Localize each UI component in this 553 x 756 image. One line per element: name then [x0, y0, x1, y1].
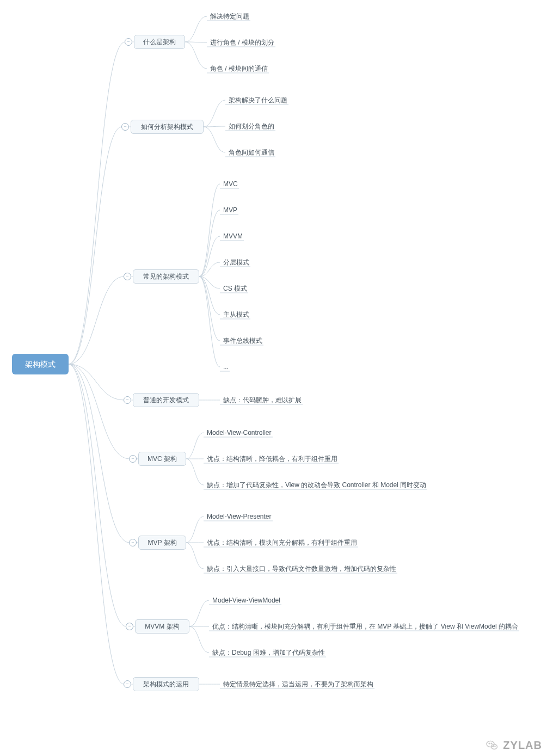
leaf-node-2-5: 主从模式: [223, 311, 249, 318]
leaf-node-1-1: 如何划分角色的: [229, 122, 274, 130]
leaf-node-2-7: ...: [223, 363, 229, 371]
branch-node-2[interactable]: 常见的架构模式: [133, 269, 199, 284]
leaf-node-3-0: 缺点：代码臃肿，难以扩展: [223, 396, 302, 404]
leaf-node-2-1: MVP: [223, 206, 237, 214]
root-node[interactable]: 架构模式: [12, 354, 69, 374]
leaf-node-4-2: 缺点：增加了代码复杂性，View 的改动会导致 Controller 和 Mod…: [207, 481, 426, 489]
leaf-node-5-1: 优点：结构清晰，模块间充分解耦，有利于组件重用: [207, 539, 357, 546]
svg-point-29: [493, 746, 494, 746]
collapse-toggle[interactable]: −: [129, 539, 137, 546]
leaf-node-0-0: 解决特定问题: [210, 13, 249, 20]
branch-node-0[interactable]: 什么是架构: [134, 35, 185, 49]
collapse-toggle[interactable]: −: [129, 455, 137, 463]
leaf-node-2-4: CS 模式: [223, 285, 247, 292]
leaf-node-6-1: 优点：结构清晰，模块间充分解耦，有利于组件重用，在 MVP 基础上，接触了 Vi…: [212, 623, 518, 630]
leaf-node-7-0: 特定情景特定选择，适当运用，不要为了架构而架构: [223, 680, 373, 688]
leaf-node-0-1: 进行角色 / 模块的划分: [210, 39, 274, 46]
collapse-toggle[interactable]: −: [124, 396, 131, 404]
collapse-toggle[interactable]: −: [121, 123, 129, 131]
leaf-node-2-3: 分层模式: [223, 259, 249, 266]
leaf-node-6-2: 缺点：Debug 困难，增加了代码复杂性: [212, 649, 325, 656]
connector-layer: [0, 0, 553, 756]
leaf-node-2-6: 事件总线模式: [223, 337, 262, 345]
mindmap-canvas: ZYLAB 架构模式什么是架构−解决特定问题进行角色 / 模块的划分角色 / 模…: [0, 0, 553, 756]
leaf-node-2-0: MVC: [223, 180, 238, 188]
branch-node-3[interactable]: 普通的开发模式: [133, 393, 199, 407]
leaf-node-4-0: Model-View-Controller: [207, 429, 272, 437]
leaf-node-2-2: MVVM: [223, 232, 243, 240]
svg-point-27: [489, 743, 490, 744]
collapse-toggle[interactable]: −: [124, 680, 131, 688]
leaf-node-5-2: 缺点：引入大量接口，导致代码文件数量激增，增加代码的复杂性: [207, 565, 396, 573]
branch-node-5[interactable]: MVP 架构: [138, 536, 186, 550]
leaf-node-6-0: Model-View-ViewModel: [212, 597, 280, 604]
branch-node-7[interactable]: 架构模式的运用: [133, 677, 199, 691]
leaf-node-0-2: 角色 / 模块间的通信: [210, 65, 268, 72]
leaf-node-4-1: 优点：结构清晰，降低耦合，有利于组件重用: [207, 455, 337, 463]
watermark-text: ZYLAB: [503, 739, 542, 752]
leaf-node-1-2: 角色间如何通信: [229, 149, 274, 156]
branch-node-6[interactable]: MVVM 架构: [135, 619, 189, 634]
wechat-icon: [486, 739, 499, 752]
leaf-node-5-0: Model-View-Presenter: [207, 513, 272, 520]
watermark: ZYLAB: [486, 739, 542, 752]
collapse-toggle[interactable]: −: [124, 273, 131, 280]
collapse-toggle[interactable]: −: [125, 38, 132, 46]
collapse-toggle[interactable]: −: [126, 623, 133, 630]
branch-node-1[interactable]: 如何分析架构模式: [131, 120, 204, 134]
svg-point-30: [495, 746, 495, 746]
branch-node-4[interactable]: MVC 架构: [138, 452, 186, 466]
leaf-node-1-0: 架构解决了什么问题: [229, 96, 287, 104]
svg-point-28: [491, 743, 493, 744]
